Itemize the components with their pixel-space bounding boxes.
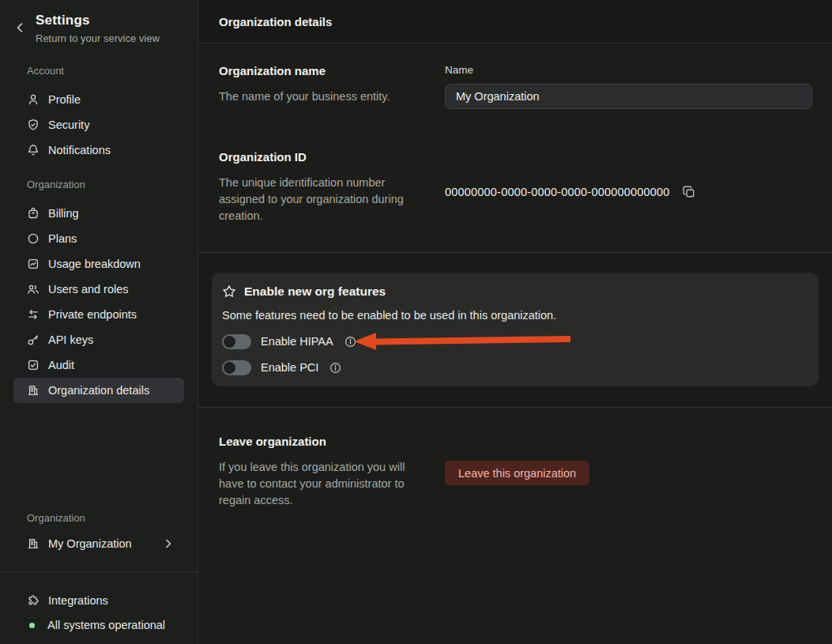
feature-card-description: Some features need to be enabled to be u…: [222, 309, 806, 322]
leave-organization-button[interactable]: Leave this organization: [445, 461, 589, 485]
endpoints-arrows-icon: [27, 308, 40, 321]
copy-icon[interactable]: [682, 185, 696, 199]
main-panel: Organization details Organization name T…: [198, 0, 832, 644]
chevron-right-icon: [164, 538, 173, 549]
sidebar-item-plans[interactable]: Plans: [13, 226, 184, 251]
sidebar-item-notifications[interactable]: Notifications: [13, 137, 184, 163]
settings-sidebar: Settings Return to your service view Acc…: [0, 0, 198, 644]
usage-chart-icon: [27, 258, 40, 270]
page-title: Organization details: [219, 15, 332, 28]
org-id-value: 00000000-0000-0000-0000-000000000000: [445, 186, 670, 198]
sidebar-item-label: Private endpoints: [48, 308, 137, 321]
section-label-organization: Organization: [27, 179, 85, 190]
sidebar-item-label: Profile: [48, 93, 81, 106]
sidebar-item-organization-details[interactable]: Organization details: [13, 378, 184, 403]
sidebar-item-api-keys[interactable]: API keys: [13, 327, 184, 352]
status-text: All systems operational: [47, 619, 165, 631]
leave-org-title: Leave organization: [219, 435, 445, 448]
sidebar-item-audit[interactable]: Audit: [13, 352, 184, 378]
org-switcher-name: My Organization: [48, 537, 132, 550]
org-switcher-label: Organization: [27, 512, 85, 524]
building-icon: [27, 537, 40, 550]
sidebar-item-security[interactable]: Security: [13, 112, 184, 137]
section-label-account: Account: [27, 65, 64, 77]
sidebar-item-label: Users and roles: [48, 283, 129, 296]
feature-card-title: Enable new org features: [244, 284, 386, 299]
org-switcher-item[interactable]: My Organization: [13, 531, 184, 556]
sidebar-subtitle[interactable]: Return to your service view: [36, 32, 160, 44]
sidebar-item-label: Audit: [48, 359, 74, 371]
sidebar-item-label: Integrations: [48, 594, 108, 607]
organization-nav: Billing Plans Usage breakdown Users and …: [0, 201, 198, 403]
pci-toggle-row: Enable PCI: [222, 360, 806, 375]
sidebar-item-integrations[interactable]: Integrations: [13, 588, 184, 613]
sidebar-footer: Integrations All systems operational: [0, 588, 198, 637]
account-nav: Profile Security Notifications: [0, 87, 198, 163]
info-icon[interactable]: [329, 362, 341, 374]
plans-icon: [27, 232, 40, 245]
audit-icon: [27, 359, 40, 371]
org-name-description: The name of your business entity.: [219, 89, 420, 105]
feature-band: Enable new org features Some features ne…: [198, 253, 832, 407]
system-status-item[interactable]: All systems operational: [13, 613, 184, 637]
sidebar-title: Settings: [36, 13, 90, 28]
sidebar-item-label: Notifications: [48, 144, 111, 156]
users-icon: [27, 283, 40, 296]
enable-hipaa-toggle[interactable]: [222, 334, 251, 349]
shield-icon: [27, 119, 40, 131]
sidebar-item-private-endpoints[interactable]: Private endpoints: [13, 302, 184, 327]
name-field-label: Name: [445, 64, 812, 76]
sidebar-item-label: Plans: [48, 232, 77, 245]
org-id-description: The unique identification number assigne…: [219, 175, 420, 224]
hipaa-toggle-row: Enable HIPAA: [222, 333, 806, 349]
enable-features-card: Enable new org features Some features ne…: [212, 273, 819, 386]
org-switcher-nav: My Organization: [0, 531, 198, 556]
back-chevron-icon[interactable]: [14, 21, 25, 35]
billing-icon: [27, 207, 40, 220]
org-name-title: Organization name: [219, 64, 445, 77]
pci-toggle-label: Enable PCI: [261, 361, 318, 374]
org-name-section: Organization name The name of your busin…: [198, 43, 832, 109]
user-icon: [27, 93, 40, 106]
star-icon: [222, 284, 236, 299]
key-icon: [27, 333, 40, 346]
sidebar-item-label: Billing: [48, 207, 79, 220]
org-id-section: Organization ID The unique identificatio…: [198, 150, 832, 252]
leave-org-section: Leave organization If you leave this org…: [198, 408, 832, 509]
sidebar-item-label: Usage breakdown: [48, 258, 141, 270]
building-icon: [27, 384, 40, 397]
org-name-input[interactable]: [445, 84, 812, 109]
hipaa-toggle-label: Enable HIPAA: [261, 335, 333, 348]
sidebar-item-label: Security: [48, 119, 89, 131]
page-header: Organization details: [198, 0, 832, 43]
sidebar-item-usage-breakdown[interactable]: Usage breakdown: [13, 251, 184, 277]
sidebar-item-billing[interactable]: Billing: [13, 201, 184, 226]
sidebar-item-label: Organization details: [48, 384, 149, 397]
sidebar-item-users-and-roles[interactable]: Users and roles: [13, 277, 184, 302]
leave-org-description: If you leave this organization you will …: [219, 459, 420, 509]
bell-icon: [27, 144, 40, 156]
org-id-title: Organization ID: [219, 150, 445, 164]
status-ok-dot: [29, 623, 35, 628]
sidebar-item-label: API keys: [48, 333, 93, 346]
puzzle-icon: [27, 594, 40, 607]
sidebar-divider: [0, 571, 198, 572]
sidebar-item-profile[interactable]: Profile: [13, 87, 184, 112]
enable-pci-toggle[interactable]: [222, 360, 251, 375]
info-icon[interactable]: [344, 336, 356, 348]
